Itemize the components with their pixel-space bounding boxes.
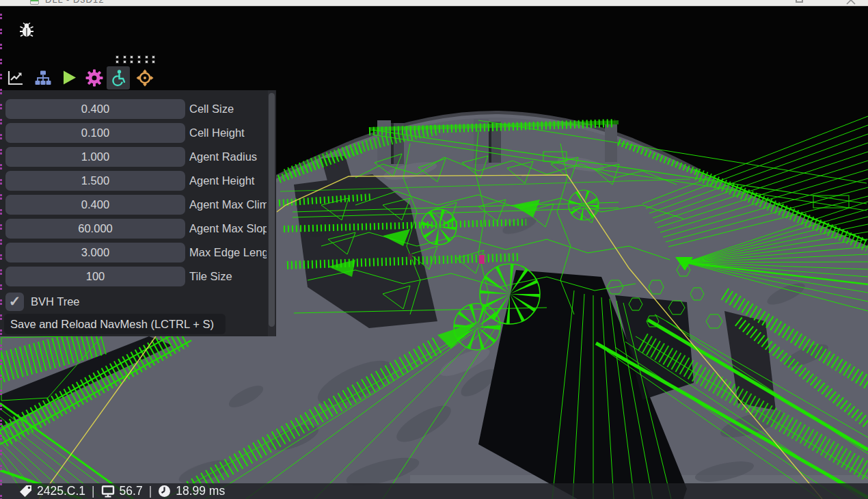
param-row: 0.400 Agent Max Climb <box>0 195 276 215</box>
panel-scrollbar-thumb[interactable] <box>269 93 275 327</box>
param-row: 0.400 Cell Size <box>0 99 276 119</box>
param-row: 60.000 Agent Max Slope <box>0 219 276 239</box>
maximize-button[interactable] <box>796 0 803 3</box>
screen-edge-artifact <box>0 6 2 499</box>
save-reload-navmesh-button[interactable]: Save and Reload NavMesh (LCTRL + S) <box>4 314 226 334</box>
bvh-tree-row: ✓ BVH Tree <box>5 292 80 311</box>
status-separator: | <box>92 484 95 498</box>
title-bar: DLL - D3D12 <box>0 0 868 6</box>
param-row: 1.500 Agent Height <box>0 171 276 191</box>
tile-size-label: Tile Size <box>189 267 267 286</box>
cell-size-label: Cell Size <box>189 99 267 119</box>
max-edge-length-field[interactable]: 3.000 <box>5 243 185 262</box>
agent-max-slope-field[interactable]: 60.000 <box>5 219 185 239</box>
settings-gear-icon[interactable] <box>85 68 104 87</box>
display-icon <box>101 485 115 498</box>
clock-icon <box>158 485 171 498</box>
app-window: DLL - D3D12 <box>0 0 868 499</box>
tag-icon <box>19 485 32 498</box>
param-row: 100 Tile Size <box>0 267 276 286</box>
agent-radius-field[interactable]: 1.000 <box>5 147 185 167</box>
window-title: DLL - D3D12 <box>45 0 104 5</box>
cell-size-field[interactable]: 0.400 <box>5 99 185 119</box>
fps-value: 56.7 <box>120 484 143 498</box>
param-rows: 0.400 Cell Size 0.100 Cell Height 1.000 … <box>0 99 276 291</box>
param-row: 3.000 Max Edge Length <box>0 243 276 262</box>
agent-height-label: Agent Height <box>189 171 267 191</box>
debug-toolbar <box>0 66 164 92</box>
param-row: 0.100 Cell Height <box>0 123 276 143</box>
app-icon <box>30 0 39 5</box>
tile-size-field[interactable]: 100 <box>5 267 185 286</box>
scene-hierarchy-icon[interactable] <box>33 68 53 87</box>
build-version: 2425.C.1 <box>37 484 85 498</box>
status-bar: 2425.C.1 | 56.7 | 18.99 ms <box>0 483 868 499</box>
debug-bug-icon[interactable] <box>19 22 34 38</box>
close-button[interactable] <box>846 0 856 5</box>
param-row: 1.000 Agent Radius <box>0 147 276 167</box>
navmesh-settings-panel: 0.400 Cell Size 0.100 Cell Height 1.000 … <box>0 90 276 336</box>
bvh-tree-label: BVH Tree <box>31 295 80 308</box>
navmesh-accessibility-icon[interactable] <box>107 66 130 90</box>
drag-handle-dots[interactable] <box>116 56 160 65</box>
agent-max-climb-label: Agent Max Climb <box>189 195 267 215</box>
target-crosshair-icon[interactable] <box>135 68 154 87</box>
panel-scrollbar[interactable] <box>268 90 275 336</box>
agent-radius-label: Agent Radius <box>189 147 267 167</box>
profiler-chart-icon[interactable] <box>6 68 25 87</box>
agent-height-field[interactable]: 1.500 <box>5 171 185 191</box>
agent-max-climb-field[interactable]: 0.400 <box>5 195 185 215</box>
cell-height-field[interactable]: 0.100 <box>5 123 185 143</box>
max-edge-length-label: Max Edge Length <box>189 243 267 262</box>
play-icon[interactable] <box>60 68 79 87</box>
status-separator: | <box>149 484 152 498</box>
agent-max-slope-label: Agent Max Slope <box>189 219 267 239</box>
cell-height-label: Cell Height <box>189 123 267 143</box>
frame-time: 18.99 ms <box>176 484 225 498</box>
bvh-tree-checkbox[interactable]: ✓ <box>5 293 24 311</box>
